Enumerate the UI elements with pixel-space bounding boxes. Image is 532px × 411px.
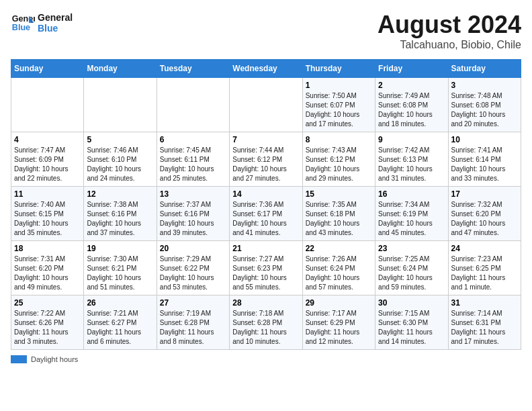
logo-text-blue: Blue (38, 23, 73, 34)
calendar-header-tuesday: Tuesday (157, 60, 229, 78)
day-info: Sunrise: 7:25 AM Sunset: 6:24 PM Dayligh… (378, 255, 445, 292)
day-number: 30 (378, 298, 445, 308)
calendar-cell: 31Sunrise: 7:14 AM Sunset: 6:31 PM Dayli… (448, 295, 521, 350)
day-info: Sunrise: 7:48 AM Sunset: 6:08 PM Dayligh… (451, 91, 518, 129)
day-number: 24 (451, 244, 518, 253)
day-number: 5 (87, 135, 153, 144)
calendar-cell: 14Sunrise: 7:36 AM Sunset: 6:17 PM Dayli… (230, 187, 302, 241)
day-info: Sunrise: 7:26 AM Sunset: 6:24 PM Dayligh… (306, 255, 372, 292)
day-number: 7 (232, 135, 299, 144)
day-info: Sunrise: 7:23 AM Sunset: 6:25 PM Dayligh… (451, 255, 518, 292)
calendar-week-row: 4Sunrise: 7:47 AM Sunset: 6:09 PM Daylig… (11, 132, 521, 187)
calendar-cell: 16Sunrise: 7:34 AM Sunset: 6:19 PM Dayli… (375, 187, 448, 241)
day-info: Sunrise: 7:50 AM Sunset: 6:07 PM Dayligh… (306, 91, 372, 129)
calendar-cell: 29Sunrise: 7:17 AM Sunset: 6:29 PM Dayli… (302, 295, 375, 350)
calendar-cell: 23Sunrise: 7:25 AM Sunset: 6:24 PM Dayli… (375, 241, 448, 295)
calendar-cell: 10Sunrise: 7:41 AM Sunset: 6:14 PM Dayli… (448, 132, 521, 187)
svg-text:Blue: Blue (12, 23, 30, 32)
day-info: Sunrise: 7:38 AM Sunset: 6:16 PM Dayligh… (87, 200, 153, 238)
calendar-cell: 28Sunrise: 7:18 AM Sunset: 6:28 PM Dayli… (230, 295, 302, 350)
day-info: Sunrise: 7:44 AM Sunset: 6:12 PM Dayligh… (232, 146, 299, 183)
page-subtitle: Talcahuano, Biobio, Chile (378, 39, 521, 51)
day-number: 14 (232, 189, 299, 199)
day-info: Sunrise: 7:49 AM Sunset: 6:08 PM Dayligh… (378, 91, 445, 129)
day-info: Sunrise: 7:35 AM Sunset: 6:18 PM Dayligh… (306, 200, 372, 238)
day-info: Sunrise: 7:37 AM Sunset: 6:16 PM Dayligh… (160, 200, 226, 238)
calendar-cell: 27Sunrise: 7:19 AM Sunset: 6:28 PM Dayli… (157, 295, 229, 350)
calendar-cell: 8Sunrise: 7:43 AM Sunset: 6:12 PM Daylig… (302, 132, 375, 187)
day-info: Sunrise: 7:21 AM Sunset: 6:27 PM Dayligh… (87, 309, 153, 347)
calendar-header-saturday: Saturday (448, 60, 521, 78)
calendar-cell: 7Sunrise: 7:44 AM Sunset: 6:12 PM Daylig… (230, 132, 302, 187)
calendar-cell: 26Sunrise: 7:21 AM Sunset: 6:27 PM Dayli… (84, 295, 157, 350)
calendar-cell: 1Sunrise: 7:50 AM Sunset: 6:07 PM Daylig… (302, 78, 375, 132)
day-info: Sunrise: 7:46 AM Sunset: 6:10 PM Dayligh… (87, 146, 153, 183)
day-number: 22 (306, 244, 372, 253)
calendar-cell (84, 78, 157, 132)
day-info: Sunrise: 7:14 AM Sunset: 6:31 PM Dayligh… (451, 309, 518, 347)
calendar-cell: 13Sunrise: 7:37 AM Sunset: 6:16 PM Dayli… (157, 187, 229, 241)
day-number: 17 (451, 189, 518, 199)
calendar-cell: 15Sunrise: 7:35 AM Sunset: 6:18 PM Dayli… (302, 187, 375, 241)
calendar-week-row: 11Sunrise: 7:40 AM Sunset: 6:15 PM Dayli… (11, 187, 521, 241)
day-info: Sunrise: 7:47 AM Sunset: 6:09 PM Dayligh… (14, 146, 81, 183)
day-number: 9 (378, 135, 445, 144)
day-info: Sunrise: 7:17 AM Sunset: 6:29 PM Dayligh… (306, 309, 372, 347)
calendar-header-sunday: Sunday (11, 60, 84, 78)
legend-color-box (11, 355, 27, 363)
day-number: 13 (160, 189, 226, 199)
calendar-cell: 30Sunrise: 7:15 AM Sunset: 6:30 PM Dayli… (375, 295, 448, 350)
day-number: 2 (378, 81, 445, 90)
calendar-cell (157, 78, 229, 132)
day-number: 21 (232, 244, 299, 253)
day-info: Sunrise: 7:43 AM Sunset: 6:12 PM Dayligh… (306, 146, 372, 183)
day-number: 20 (160, 244, 226, 253)
page-title: August 2024 (378, 11, 521, 39)
calendar-cell: 11Sunrise: 7:40 AM Sunset: 6:15 PM Dayli… (11, 187, 84, 241)
day-number: 27 (160, 298, 226, 308)
day-info: Sunrise: 7:32 AM Sunset: 6:20 PM Dayligh… (451, 200, 518, 238)
day-info: Sunrise: 7:41 AM Sunset: 6:14 PM Dayligh… (451, 146, 518, 183)
day-number: 29 (306, 298, 372, 308)
calendar-week-row: 1Sunrise: 7:50 AM Sunset: 6:07 PM Daylig… (11, 78, 521, 132)
day-number: 1 (306, 81, 372, 90)
logo-icon: General Blue (11, 11, 35, 35)
day-info: Sunrise: 7:40 AM Sunset: 6:15 PM Dayligh… (14, 200, 81, 238)
calendar-cell (11, 78, 84, 132)
calendar-cell: 22Sunrise: 7:26 AM Sunset: 6:24 PM Dayli… (302, 241, 375, 295)
calendar-cell: 18Sunrise: 7:31 AM Sunset: 6:20 PM Dayli… (11, 241, 84, 295)
calendar-cell: 20Sunrise: 7:29 AM Sunset: 6:22 PM Dayli… (157, 241, 229, 295)
calendar-cell: 21Sunrise: 7:27 AM Sunset: 6:23 PM Dayli… (230, 241, 302, 295)
day-number: 4 (14, 135, 81, 144)
day-number: 23 (378, 244, 445, 253)
calendar-cell: 9Sunrise: 7:42 AM Sunset: 6:13 PM Daylig… (375, 132, 448, 187)
logo-text-general: General (38, 12, 73, 23)
day-number: 12 (87, 189, 153, 199)
day-number: 11 (14, 189, 81, 199)
day-info: Sunrise: 7:18 AM Sunset: 6:28 PM Dayligh… (232, 309, 299, 347)
day-info: Sunrise: 7:31 AM Sunset: 6:20 PM Dayligh… (14, 255, 81, 292)
day-number: 18 (14, 244, 81, 253)
calendar-cell: 5Sunrise: 7:46 AM Sunset: 6:10 PM Daylig… (84, 132, 157, 187)
legend: Daylight hours (11, 355, 521, 363)
day-number: 10 (451, 135, 518, 144)
day-number: 19 (87, 244, 153, 253)
calendar-week-row: 25Sunrise: 7:22 AM Sunset: 6:26 PM Dayli… (11, 295, 521, 350)
calendar-header-friday: Friday (375, 60, 448, 78)
day-info: Sunrise: 7:27 AM Sunset: 6:23 PM Dayligh… (232, 255, 299, 292)
day-info: Sunrise: 7:42 AM Sunset: 6:13 PM Dayligh… (378, 146, 445, 183)
day-info: Sunrise: 7:15 AM Sunset: 6:30 PM Dayligh… (378, 309, 445, 347)
calendar-cell: 3Sunrise: 7:48 AM Sunset: 6:08 PM Daylig… (448, 78, 521, 132)
day-number: 8 (306, 135, 372, 144)
calendar-header-wednesday: Wednesday (230, 60, 302, 78)
day-info: Sunrise: 7:29 AM Sunset: 6:22 PM Dayligh… (160, 255, 226, 292)
day-info: Sunrise: 7:30 AM Sunset: 6:21 PM Dayligh… (87, 255, 153, 292)
day-number: 31 (451, 298, 518, 308)
logo: General Blue General Blue (11, 11, 73, 35)
day-number: 28 (232, 298, 299, 308)
calendar-header-monday: Monday (84, 60, 157, 78)
title-area: August 2024 Talcahuano, Biobio, Chile (378, 11, 521, 51)
calendar-cell: 12Sunrise: 7:38 AM Sunset: 6:16 PM Dayli… (84, 187, 157, 241)
header: General Blue General Blue August 2024 Ta… (11, 11, 521, 51)
day-info: Sunrise: 7:34 AM Sunset: 6:19 PM Dayligh… (378, 200, 445, 238)
